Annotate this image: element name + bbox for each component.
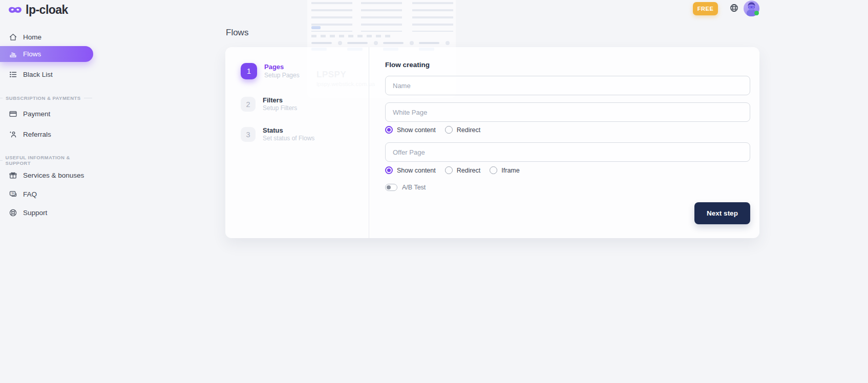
wizard-step-filters[interactable]: 2 Filters Setup Filters	[241, 96, 297, 112]
ab-test-label: A/B Test	[402, 184, 426, 191]
step-subtitle: Setup Pages	[264, 72, 300, 79]
step-subtitle: Set status of Flows	[263, 135, 314, 142]
toggle-knob	[387, 185, 391, 189]
sidebar-item-referrals[interactable]: Referrals	[0, 127, 100, 141]
blacklist-icon	[9, 70, 17, 79]
flow-name-input[interactable]	[385, 76, 750, 95]
sidebar-item-payment[interactable]: Payment	[0, 107, 100, 121]
ab-test-row: A/B Test	[385, 184, 750, 191]
offer-page-input[interactable]	[385, 142, 750, 162]
radio-icon[interactable]	[445, 166, 453, 174]
section-header-label: SUBSCRIPTION & PAYMENTS	[6, 95, 81, 101]
step-number-badge: 1	[241, 63, 257, 79]
radio-redirect[interactable]: Redirect	[445, 166, 481, 174]
radio-icon[interactable]	[490, 166, 497, 174]
sidebar-item-label: Support	[23, 209, 47, 217]
offer-page-mode-options: Show content Redirect Iframe	[385, 166, 750, 174]
flows-icon	[9, 50, 17, 58]
mask-icon	[8, 5, 22, 15]
white-page-input[interactable]	[385, 102, 750, 122]
sidebar-item-flows[interactable]: Flows	[0, 46, 93, 62]
wizard-step-pages[interactable]: 1 Pages Setup Pages	[241, 63, 300, 79]
brand-logo[interactable]: lp-cloak	[8, 3, 68, 17]
wizard-steps: 1 Pages Setup Pages 2 Filters Setup Filt…	[225, 47, 369, 238]
sidebar-item-black-list[interactable]: Black List	[0, 67, 100, 81]
form-title: Flow creating	[385, 61, 750, 69]
radio-show-content[interactable]: Show content	[385, 166, 436, 174]
sidebar-section-support: USEFUL INFORMATION & SUPPORT	[0, 155, 100, 166]
sidebar-item-label: FAQ	[23, 190, 37, 198]
radio-icon[interactable]	[385, 126, 393, 134]
ghost-form-column	[361, 2, 402, 32]
step-title: Status	[263, 126, 314, 135]
sidebar-item-services-bonuses[interactable]: Services & bonuses	[0, 168, 100, 182]
step-number-badge: 2	[241, 97, 256, 112]
radio-iframe[interactable]: Iframe	[490, 166, 519, 174]
radio-icon[interactable]	[445, 126, 453, 134]
sidebar-item-label: Referrals	[23, 131, 51, 138]
gift-icon	[9, 171, 17, 180]
radio-redirect[interactable]: Redirect	[445, 126, 481, 134]
sidebar-item-label: Payment	[23, 110, 50, 118]
white-page-mode-options: Show content Redirect	[385, 126, 750, 134]
sidebar-item-home[interactable]: Home	[0, 30, 100, 44]
faq-icon: ?!	[9, 190, 17, 199]
home-icon	[9, 33, 17, 41]
radio-label: Show content	[397, 167, 436, 174]
radio-show-content[interactable]: Show content	[385, 126, 436, 134]
ab-test-toggle[interactable]	[385, 184, 397, 191]
radio-icon[interactable]	[385, 166, 393, 174]
ghost-form-column	[412, 2, 453, 32]
sidebar-item-faq[interactable]: ?! FAQ	[0, 187, 100, 201]
sidebar-item-label: Home	[23, 33, 41, 41]
sidebar: lp-cloak Home Flows Black List SUBSCRIPT…	[0, 0, 100, 383]
referrals-icon	[9, 130, 17, 139]
ghost-button	[311, 26, 321, 29]
payment-icon	[9, 110, 17, 118]
flow-form: Flow creating Show content Redirect Show…	[369, 47, 759, 238]
language-globe-icon[interactable]	[729, 3, 739, 13]
sidebar-section-subscription: SUBSCRIPTION & PAYMENTS	[0, 95, 100, 101]
radio-label: Redirect	[457, 167, 481, 174]
step-title: Pages	[264, 63, 300, 71]
online-status-dot	[754, 11, 759, 15]
lifebuoy-icon	[9, 208, 17, 217]
radio-label: Redirect	[457, 126, 481, 134]
ghost-form-column	[311, 2, 352, 32]
radio-label: Show content	[397, 126, 436, 134]
brand-name: lp-cloak	[26, 3, 68, 17]
section-header-label: USEFUL INFORMATION & SUPPORT	[6, 155, 89, 166]
flow-creating-card: 1 Pages Setup Pages 2 Filters Setup Filt…	[225, 47, 759, 238]
step-title: Filters	[263, 96, 297, 104]
page-title: Flows	[226, 28, 248, 38]
sidebar-item-support[interactable]: Support	[0, 205, 100, 220]
next-step-button[interactable]: Next step	[694, 202, 750, 224]
radio-label: Iframe	[501, 167, 519, 174]
step-subtitle: Setup Filters	[263, 104, 297, 112]
step-number-badge: 3	[241, 127, 256, 142]
sidebar-item-label: Black List	[23, 71, 53, 78]
ghost-pagination	[311, 35, 393, 37]
wizard-step-status[interactable]: 3 Status Set status of Flows	[241, 126, 314, 142]
plan-badge[interactable]: FREE	[693, 2, 718, 15]
svg-text:?!: ?!	[11, 192, 14, 195]
sidebar-item-label: Services & bonuses	[23, 172, 84, 179]
sidebar-item-label: Flows	[23, 50, 41, 58]
